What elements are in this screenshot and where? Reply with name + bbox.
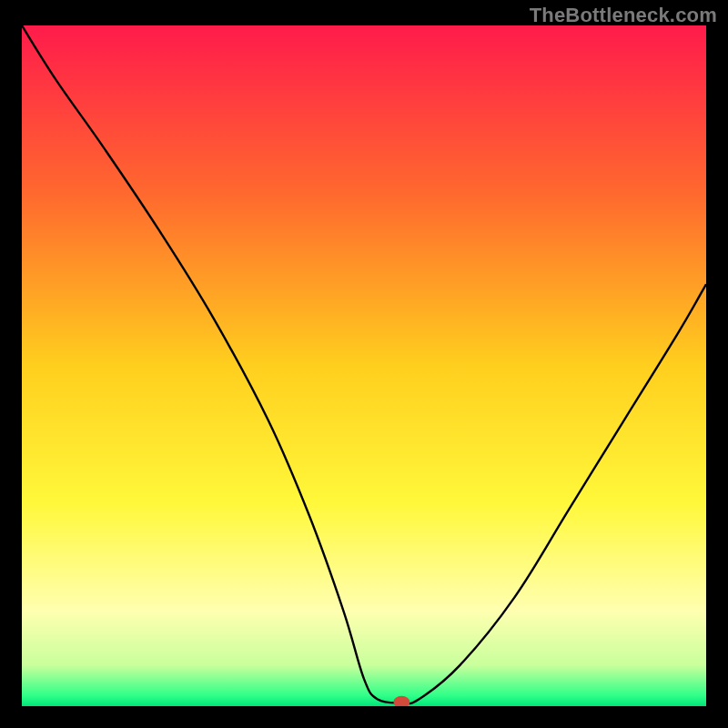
gradient-background — [22, 25, 706, 706]
watermark-label: TheBottleneck.com — [530, 4, 717, 27]
chart-container: TheBottleneck.com — [0, 0, 728, 728]
chart-svg — [22, 25, 706, 706]
plot-area — [22, 25, 706, 706]
